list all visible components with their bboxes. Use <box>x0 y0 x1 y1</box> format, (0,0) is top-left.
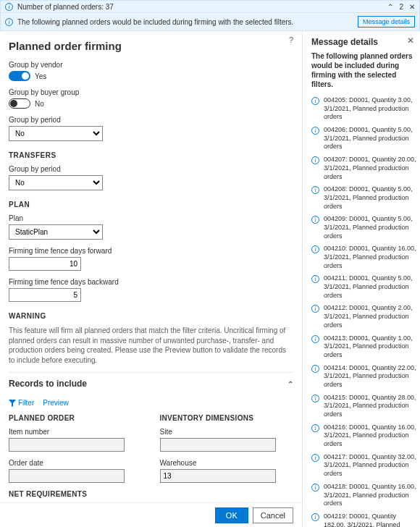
info-icon: i <box>311 335 319 343</box>
message-item: i004218: D0001, Quantity 16.00, 3/1/2021… <box>311 483 417 508</box>
chevron-up-icon: ⌃ <box>287 380 293 388</box>
group-vendor-label: Group by vendor <box>9 61 293 69</box>
item-number-label: Item number <box>9 428 143 436</box>
inventory-dim-header: INVENTORY DIMENSIONS <box>160 414 294 422</box>
message-item: i004211: D0001, Quantity 5.00, 3/1/2021,… <box>311 274 417 300</box>
message-item-text: 004212: D0001, Quantity 2.00, 3/1/2021, … <box>324 304 417 329</box>
site-input[interactable] <box>160 438 276 452</box>
cancel-button[interactable]: Cancel <box>253 507 293 523</box>
message-item: i004219: D0001, Quantity 182.00, 3/1/202… <box>311 513 417 527</box>
group-period-select[interactable]: No <box>9 126 103 141</box>
info-icon: i <box>311 245 319 253</box>
info-icon: i <box>311 365 319 373</box>
close-topbar-icon[interactable]: ✕ <box>409 3 415 11</box>
plan-label: Plan <box>9 214 293 222</box>
plan-select[interactable]: StaticPlan <box>9 224 103 240</box>
filter-link[interactable]: Filter <box>9 399 34 407</box>
transfers-period-label: Group by period <box>9 165 293 173</box>
bwd-label: Firming time fence days backward <box>9 278 293 286</box>
fwd-label: Firming time fence days forward <box>9 247 293 255</box>
records-header: Records to include <box>9 379 87 389</box>
warning-header: WARNING <box>9 312 293 320</box>
info-icon: i <box>5 3 13 11</box>
net-req-header: NET REQUIREMENTS <box>9 490 143 498</box>
message-item: i004215: D0001, Quantity 28.00, 3/1/2021… <box>311 394 417 419</box>
message-item: i004217: D0001, Quantity 32.00, 3/1/2021… <box>311 453 417 478</box>
preview-link[interactable]: Preview <box>43 399 69 407</box>
message-item-text: 004210: D0001, Quantity 16.00, 3/1/2021,… <box>324 245 417 270</box>
dialog-footer: OK Cancel <box>0 502 302 527</box>
help-icon[interactable]: ? <box>289 35 293 44</box>
message-bar: i The following planned orders would be … <box>0 13 420 31</box>
warning-text: This feature will firm all planned order… <box>9 326 293 365</box>
details-header: Message details <box>311 37 417 47</box>
collapse-up-icon[interactable]: ⌃ <box>387 3 393 11</box>
bwd-input[interactable] <box>9 288 81 302</box>
warehouse-label: Warehouse <box>160 459 294 467</box>
records-expand[interactable]: Records to include ⌃ <box>9 372 293 395</box>
transfers-header: TRANSFERS <box>9 151 293 159</box>
group-buyer-toggle[interactable] <box>9 98 30 109</box>
transfers-period-select[interactable]: No <box>9 175 103 190</box>
order-date-label: Order date <box>9 459 143 467</box>
message-item-text: 004216: D0001, Quantity 16.00, 3/1/2021,… <box>324 423 417 449</box>
fwd-input[interactable] <box>9 257 81 271</box>
message-item: i004210: D0001, Quantity 16.00, 3/1/2021… <box>311 245 417 270</box>
site-label: Site <box>160 428 294 436</box>
message-item: i004208: D0001, Quantity 5.00, 3/1/2021,… <box>311 185 417 211</box>
order-date-input[interactable] <box>9 469 125 483</box>
details-panel: ✕ Message details The following planned … <box>303 31 420 527</box>
info-icon: i <box>5 18 13 26</box>
group-buyer-label: Group by buyer group <box>9 88 293 96</box>
info-icon: i <box>311 395 319 402</box>
message-item-text: 004205: D0001, Quantity 3.00, 3/1/2021, … <box>324 96 417 122</box>
message-item-text: 004217: D0001, Quantity 32.00, 3/1/2021,… <box>324 453 417 478</box>
message-item-text: 004209: D0001, Quantity 5.00, 3/1/2021, … <box>324 215 417 240</box>
message-item: i004213: D0001, Quantity 1.00, 3/1/2021,… <box>311 334 417 360</box>
plan-header: PLAN <box>9 201 293 208</box>
message-item-text: 004219: D0001, Quantity 182.00, 3/1/2021… <box>324 513 417 527</box>
message-item-text: 004214: D0001, Quantity 22.00, 3/1/2021,… <box>324 364 417 389</box>
form-panel: ? Planned order firming Group by vendor … <box>0 31 303 527</box>
message-bar-text: The following planned orders would be in… <box>17 18 358 26</box>
info-icon: i <box>311 513 319 521</box>
info-topbar: i Number of planned orders: 37 ⌃ 2 ✕ <box>0 0 420 13</box>
item-number-input[interactable] <box>9 438 125 452</box>
info-icon: i <box>311 424 319 432</box>
ok-button[interactable]: OK <box>215 507 248 523</box>
message-item: i004207: D0001, Quantity 20.00, 3/1/2021… <box>311 156 417 181</box>
warehouse-input[interactable] <box>160 469 276 483</box>
group-buyer-value: No <box>35 100 44 108</box>
details-desc: The following planned orders would be in… <box>311 51 417 89</box>
planned-order-header: PLANNED ORDER <box>9 414 143 422</box>
message-item-text: 004211: D0001, Quantity 5.00, 3/1/2021, … <box>324 274 417 300</box>
message-item-text: 004215: D0001, Quantity 28.00, 3/1/2021,… <box>324 394 417 419</box>
message-item: i004205: D0001, Quantity 3.00, 3/1/2021,… <box>311 96 417 122</box>
message-item-text: 004218: D0001, Quantity 16.00, 3/1/2021,… <box>324 483 417 508</box>
message-item-text: 004207: D0001, Quantity 20.00, 3/1/2021,… <box>324 156 417 181</box>
message-list[interactable]: i004205: D0001, Quantity 3.00, 3/1/2021,… <box>311 96 417 527</box>
message-details-button[interactable]: Message details <box>358 16 415 28</box>
page-title: Planned order firming <box>9 40 293 52</box>
info-icon: i <box>311 216 319 224</box>
info-icon: i <box>311 305 319 313</box>
filter-icon <box>9 400 16 407</box>
topbar-count: 2 <box>399 3 403 11</box>
group-vendor-toggle[interactable] <box>9 71 30 81</box>
message-item: i004212: D0001, Quantity 2.00, 3/1/2021,… <box>311 304 417 329</box>
topbar-title: Number of planned orders: 37 <box>17 3 387 11</box>
message-item-text: 004208: D0001, Quantity 5.00, 3/1/2021, … <box>324 185 417 211</box>
group-vendor-value: Yes <box>35 72 46 80</box>
message-item: i004214: D0001, Quantity 22.00, 3/1/2021… <box>311 364 417 389</box>
info-icon: i <box>311 186 319 194</box>
message-item: i004216: D0001, Quantity 16.00, 3/1/2021… <box>311 423 417 449</box>
info-icon: i <box>311 127 319 135</box>
close-panel-icon[interactable]: ✕ <box>407 35 414 46</box>
info-icon: i <box>311 275 319 283</box>
message-item-text: 004213: D0001, Quantity 1.00, 3/1/2021, … <box>324 334 417 360</box>
info-icon: i <box>311 484 319 492</box>
message-item: i004206: D0001, Quantity 5.00, 3/1/2021,… <box>311 126 417 151</box>
info-icon: i <box>311 97 319 105</box>
message-item: i004209: D0001, Quantity 5.00, 3/1/2021,… <box>311 215 417 240</box>
group-period-label: Group by period <box>9 116 293 124</box>
